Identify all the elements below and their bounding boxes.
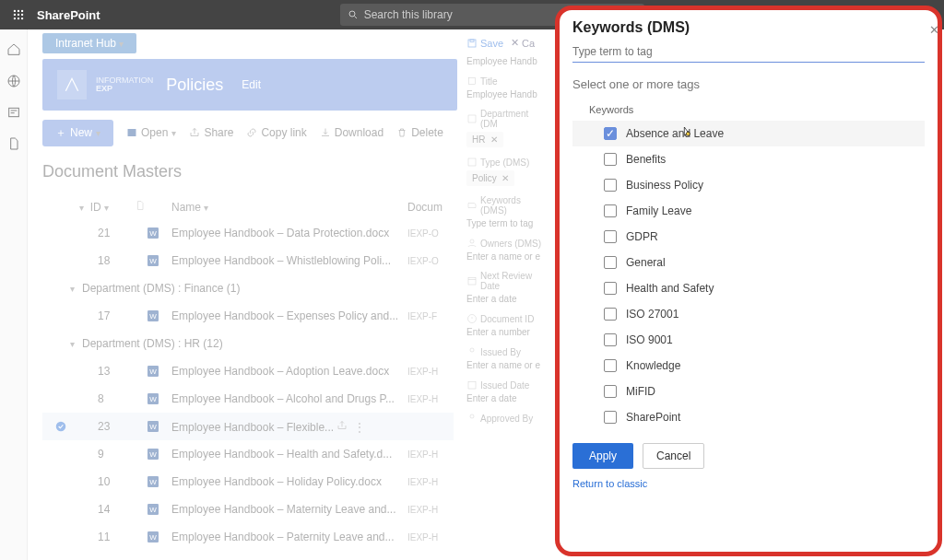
row-name[interactable]: Employee Handbook – Paternity Leave and.… [171, 531, 407, 543]
keyword-option[interactable]: ISO 27001 [572, 301, 925, 327]
keyword-option[interactable]: Health and Safety [572, 275, 925, 301]
row-name[interactable]: Employee Handbook – Data Protection.docx [171, 227, 407, 239]
col-id[interactable]: ID [90, 201, 101, 214]
cancel-button[interactable]: Cancel [643, 443, 704, 469]
row-name[interactable]: Employee Handbook – Flexible... ⋮ [171, 420, 407, 434]
share-button[interactable]: Share [189, 126, 233, 139]
hub-button[interactable]: Intranet Hub ▾ [42, 33, 136, 53]
app-name[interactable]: SharePoint [37, 8, 100, 22]
row-id: 18 [79, 254, 135, 267]
checkbox[interactable] [604, 282, 617, 295]
table-row[interactable]: 9WEmployee Handbook – Health and Safety.… [42, 440, 454, 468]
globe-icon[interactable] [6, 74, 21, 92]
delete-button[interactable]: Delete [396, 126, 443, 139]
app-launcher-icon[interactable] [7, 4, 30, 26]
table-row[interactable]: 14WEmployee Handbook – Maternity Leave a… [42, 496, 454, 523]
review-label: Next Review Date [480, 271, 548, 291]
checkbox[interactable] [604, 256, 617, 269]
apply-button[interactable]: Apply [572, 443, 633, 469]
site-logo[interactable] [57, 70, 87, 99]
keyword-option[interactable]: SharePoint [572, 404, 925, 430]
title-value[interactable]: Employee Handb [466, 89, 548, 99]
edit-link[interactable]: Edit [242, 78, 261, 91]
open-button[interactable]: Open ▾ [126, 126, 176, 139]
svg-point-45 [470, 348, 474, 352]
return-classic-link[interactable]: Return to classic [572, 478, 925, 489]
svg-point-5 [21, 14, 23, 16]
keyword-option[interactable]: General [572, 250, 925, 275]
file-type-icon[interactable] [135, 200, 146, 211]
site-title[interactable]: Policies [166, 76, 223, 95]
issuedby-value[interactable]: Enter a name or e [466, 360, 548, 370]
keywords-group-label: Keywords [572, 100, 925, 121]
share-icon[interactable] [336, 420, 348, 431]
table-row[interactable]: 21WEmployee Handbook – Data Protection.d… [42, 219, 454, 247]
owners-value[interactable]: Enter a name or e [466, 251, 548, 262]
row-tag: IEXP-F [407, 311, 454, 321]
row-tag: IEXP-O [407, 256, 454, 266]
svg-point-9 [349, 11, 355, 17]
keyword-option[interactable]: ✓Absence and Leave [572, 121, 925, 146]
svg-rect-37 [468, 40, 476, 47]
keyword-option[interactable]: GDPR [572, 224, 925, 250]
word-icon: W [135, 474, 171, 489]
col-doc[interactable]: Docum [407, 201, 454, 214]
checkbox[interactable] [604, 385, 617, 398]
checkbox[interactable] [604, 179, 617, 192]
checkbox[interactable] [604, 308, 617, 321]
row-name[interactable]: Employee Handbook – Expenses Policy and.… [171, 309, 407, 322]
kw-value[interactable]: Type term to tag [466, 218, 548, 228]
checkbox[interactable] [604, 153, 617, 166]
keyword-option[interactable]: Benefits [572, 146, 925, 172]
row-name[interactable]: Employee Handbook – Adoption Leave.docx [171, 365, 407, 378]
type-label: Type (DMS) [480, 158, 529, 168]
news-icon[interactable] [6, 105, 21, 123]
chevron-down-icon[interactable]: ▾ [79, 203, 84, 213]
row-tag: IEXP-H [407, 394, 454, 404]
group-finance[interactable]: ▾Department (DMS) : Finance (1) [42, 274, 454, 302]
owners-label: Owners (DMS) [480, 239, 541, 249]
row-name[interactable]: Employee Handbook – Holiday Policy.docx [171, 475, 407, 488]
keyword-option[interactable]: ISO 9001 [572, 327, 925, 353]
checkbox[interactable] [604, 411, 617, 424]
keyword-option[interactable]: Business Policy [572, 172, 925, 198]
dept-value[interactable]: HR ✕ [466, 132, 503, 147]
checkbox[interactable] [604, 204, 617, 217]
home-icon[interactable] [6, 42, 21, 61]
row-name[interactable]: Employee Handbook – Maternity Leave and.… [171, 503, 407, 516]
main-content: Intranet Hub ▾ INFORMATION EXP Policies … [28, 29, 461, 560]
checkbox[interactable]: ✓ [604, 127, 617, 140]
table-row[interactable]: 23WEmployee Handbook – Flexible... ⋮ [42, 413, 454, 440]
table-row[interactable]: 18WEmployee Handbook – Whistleblowing Po… [42, 247, 454, 274]
checkbox[interactable] [604, 359, 617, 372]
close-icon[interactable]: ✕ [929, 23, 939, 37]
table-row[interactable]: 13WEmployee Handbook – Adoption Leave.do… [42, 357, 454, 385]
table-row[interactable]: 11WEmployee Handbook – Paternity Leave a… [42, 523, 454, 551]
type-value[interactable]: Policy ✕ [466, 170, 514, 186]
save-button[interactable]: Save [466, 38, 503, 49]
more-icon[interactable]: ⋮ [354, 421, 365, 434]
table-row[interactable]: 10WEmployee Handbook – Holiday Policy.do… [42, 468, 454, 496]
col-name[interactable]: Name [171, 201, 201, 214]
row-name[interactable]: Employee Handbook – Health and Safety.d.… [171, 448, 407, 461]
keyword-option[interactable]: MiFID [572, 379, 925, 404]
checkbox[interactable] [604, 230, 617, 243]
table-row[interactable]: 8WEmployee Handbook – Alcohol and Drugs … [42, 385, 454, 413]
files-icon[interactable] [6, 136, 21, 155]
table-row[interactable]: 17WEmployee Handbook – Expenses Policy a… [42, 302, 454, 330]
copylink-button[interactable]: Copy link [246, 126, 306, 139]
docid-value[interactable]: Enter a number [466, 327, 548, 337]
svg-text:W: W [149, 533, 157, 542]
new-button[interactable]: ＋ New ▾ [42, 120, 113, 146]
keywords-input[interactable] [572, 41, 925, 63]
checkbox[interactable] [604, 333, 617, 346]
cancel-button[interactable]: ✕ Ca [511, 37, 535, 49]
keyword-option[interactable]: Knowledge [572, 353, 925, 379]
row-name[interactable]: Employee Handbook – Whistleblowing Poli.… [171, 254, 407, 267]
row-name[interactable]: Employee Handbook – Alcohol and Drugs P.… [171, 392, 407, 405]
issueddate-value[interactable]: Enter a date [466, 393, 548, 403]
download-button[interactable]: Download [320, 126, 384, 139]
keyword-option[interactable]: Family Leave [572, 198, 925, 224]
group-hr[interactable]: ▾Department (DMS) : HR (12) [42, 330, 454, 357]
review-value[interactable]: Enter a date [466, 294, 548, 304]
